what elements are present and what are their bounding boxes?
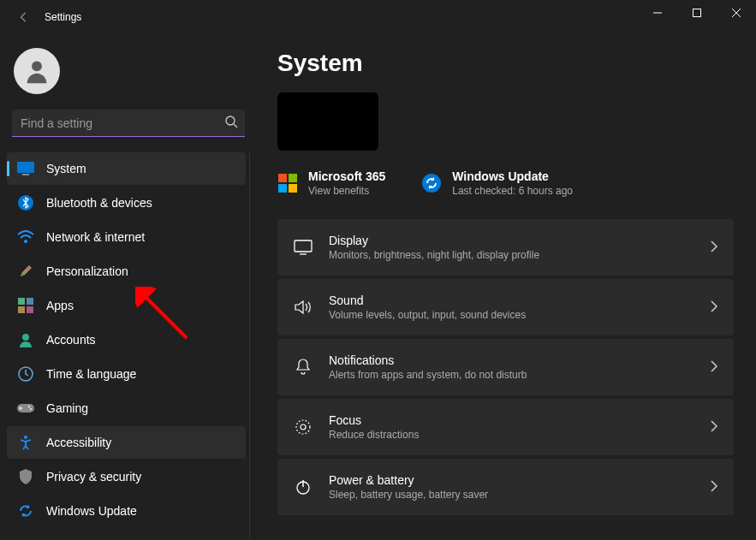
sidebar-item-label: Apps xyxy=(46,299,74,312)
sidebar-item-label: Network & internet xyxy=(46,230,145,244)
svg-point-18 xyxy=(24,436,27,439)
setting-sub: Monitors, brightness, night light, displ… xyxy=(329,249,710,261)
sidebar-item-windows-update[interactable]: Windows Update xyxy=(7,495,246,527)
maximize-button[interactable] xyxy=(677,0,717,26)
svg-rect-10 xyxy=(27,298,33,305)
search-box[interactable] xyxy=(12,110,245,137)
svg-rect-19 xyxy=(278,174,287,182)
svg-rect-1 xyxy=(693,9,701,17)
paintbrush-icon xyxy=(17,263,34,280)
bluetooth-icon xyxy=(17,194,34,211)
svg-rect-6 xyxy=(22,174,29,175)
info-sub: View benefits xyxy=(308,185,385,197)
gamepad-icon xyxy=(17,400,34,417)
account-header[interactable] xyxy=(7,41,250,101)
sidebar-item-network[interactable]: Network & internet xyxy=(7,221,246,253)
windows-update-chip[interactable]: Windows Update Last checked: 6 hours ago xyxy=(421,169,573,197)
shield-icon xyxy=(17,468,34,485)
search-input[interactable] xyxy=(12,110,245,137)
system-icon xyxy=(17,160,34,177)
chevron-right-icon xyxy=(710,480,718,495)
svg-point-26 xyxy=(296,420,310,434)
chevron-right-icon xyxy=(710,300,718,315)
nav-list: System Bluetooth & devices Network & int… xyxy=(7,152,250,540)
chevron-right-icon xyxy=(710,420,718,435)
sidebar-item-label: Gaming xyxy=(46,401,88,415)
setting-sound[interactable]: Sound Volume levels, output, input, soun… xyxy=(277,279,734,335)
sidebar-item-label: Windows Update xyxy=(46,504,137,518)
sidebar-item-label: System xyxy=(46,162,86,175)
svg-point-17 xyxy=(30,408,32,410)
svg-rect-5 xyxy=(17,162,34,173)
accessibility-icon xyxy=(17,434,34,451)
svg-point-27 xyxy=(301,424,306,430)
clock-icon xyxy=(17,365,34,383)
sidebar-item-time-language[interactable]: Time & language xyxy=(7,358,246,390)
sidebar-item-label: Privacy & security xyxy=(46,470,141,484)
setting-title: Notifications xyxy=(329,353,710,367)
setting-sub: Reduce distractions xyxy=(329,429,710,441)
sidebar-item-privacy[interactable]: Privacy & security xyxy=(7,460,246,493)
setting-display[interactable]: Display Monitors, brightness, night ligh… xyxy=(277,219,734,276)
minimize-button[interactable] xyxy=(638,0,677,26)
close-button[interactable] xyxy=(717,0,756,26)
desktop-preview-primary xyxy=(277,92,378,151)
svg-rect-24 xyxy=(295,240,312,252)
svg-point-2 xyxy=(32,61,42,71)
wifi-icon xyxy=(17,228,34,246)
sidebar-item-label: Bluetooth & devices xyxy=(46,196,152,210)
sidebar-item-accounts[interactable]: Accounts xyxy=(7,323,246,356)
sidebar-item-accessibility[interactable]: Accessibility xyxy=(7,426,246,459)
avatar xyxy=(14,48,60,94)
sidebar-item-label: Accessibility xyxy=(46,436,111,449)
sync-icon xyxy=(421,173,442,193)
setting-sub: Sleep, battery usage, battery saver xyxy=(329,489,710,501)
apps-icon xyxy=(17,297,34,314)
setting-title: Sound xyxy=(329,294,710,307)
setting-sub: Alerts from apps and system, do not dist… xyxy=(329,369,710,381)
svg-point-3 xyxy=(226,116,235,125)
sidebar-item-personalization[interactable]: Personalization xyxy=(7,255,246,288)
sound-icon xyxy=(293,297,313,317)
svg-rect-21 xyxy=(278,184,287,193)
svg-rect-9 xyxy=(18,298,25,305)
page-title: System xyxy=(277,50,734,77)
microsoft-icon xyxy=(277,173,298,193)
setting-focus[interactable]: Focus Reduce distractions xyxy=(277,399,734,455)
window-controls xyxy=(638,0,756,26)
main-content: System Microsoft 365 View benefits Windo xyxy=(257,34,756,540)
info-title: Microsoft 365 xyxy=(308,169,385,183)
svg-point-16 xyxy=(28,406,30,407)
sidebar-item-apps[interactable]: Apps xyxy=(7,289,246,322)
settings-list: Display Monitors, brightness, night ligh… xyxy=(277,219,734,515)
setting-power-battery[interactable]: Power & battery Sleep, battery usage, ba… xyxy=(277,459,734,515)
microsoft-365-chip[interactable]: Microsoft 365 View benefits xyxy=(277,169,385,197)
svg-rect-12 xyxy=(27,306,33,313)
sidebar: System Bluetooth & devices Network & int… xyxy=(0,34,257,540)
chevron-right-icon xyxy=(710,240,718,255)
info-row: Microsoft 365 View benefits Windows Upda… xyxy=(277,169,734,197)
svg-line-4 xyxy=(234,124,237,128)
setting-title: Focus xyxy=(329,413,710,427)
power-icon xyxy=(293,477,313,497)
person-icon xyxy=(17,331,34,348)
svg-rect-22 xyxy=(289,184,297,193)
search-icon xyxy=(224,115,238,131)
sidebar-item-label: Time & language xyxy=(46,367,136,381)
device-preview[interactable] xyxy=(277,92,734,151)
window-title: Settings xyxy=(45,11,81,23)
svg-rect-20 xyxy=(289,174,297,182)
setting-sub: Volume levels, output, input, sound devi… xyxy=(329,309,710,321)
bell-icon xyxy=(293,357,313,377)
svg-point-13 xyxy=(22,334,29,341)
sidebar-item-bluetooth[interactable]: Bluetooth & devices xyxy=(7,187,246,219)
sidebar-item-system[interactable]: System xyxy=(7,152,246,185)
info-sub: Last checked: 6 hours ago xyxy=(452,185,573,197)
sidebar-item-gaming[interactable]: Gaming xyxy=(7,392,246,424)
setting-title: Display xyxy=(329,234,710,247)
svg-point-8 xyxy=(24,240,27,243)
sidebar-item-label: Accounts xyxy=(46,333,96,347)
back-button[interactable] xyxy=(7,0,41,34)
svg-rect-11 xyxy=(18,306,25,313)
setting-notifications[interactable]: Notifications Alerts from apps and syste… xyxy=(277,339,734,395)
